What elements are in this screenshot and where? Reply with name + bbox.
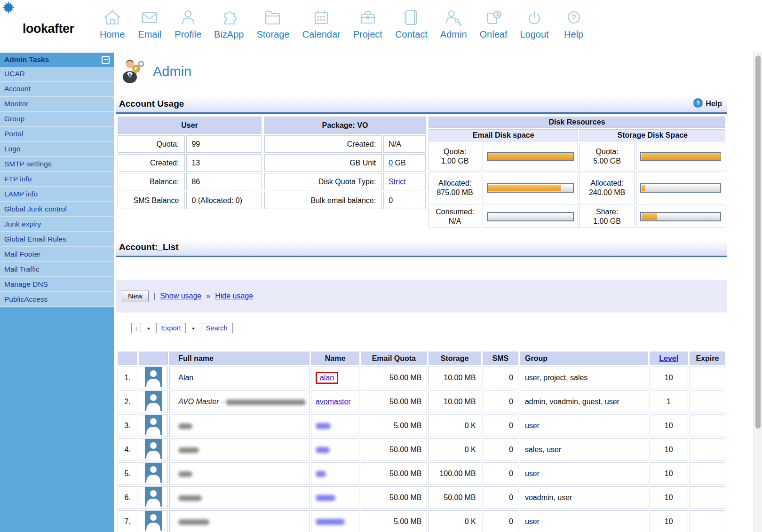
row-value: N/A [383,135,426,153]
package-table-row: GB Unit 0 GB [264,154,426,172]
sidebar-item-portal[interactable]: Portal [0,127,114,142]
help-octagon-icon: ? [693,98,703,110]
logout-icon [524,5,545,28]
sidebar: Admin Tasks UCARAccountMonitorGroupPorta… [0,53,114,532]
level-sort-link[interactable]: Level [659,354,678,362]
sidebar-item-global-email-rules[interactable]: Global Email Rules [0,232,114,247]
nav-item-storage[interactable]: Storage [256,5,289,40]
nav-label-calendar: Calendar [302,29,341,40]
dot-separator: • [147,324,150,332]
sms-cell: 0 [483,438,518,461]
nav-item-email[interactable]: Email [137,5,162,40]
account-name-link[interactable]: alan [320,374,334,382]
nav-item-bizapp[interactable]: BizApp [214,5,244,40]
nav-item-calendar[interactable]: Calendar [302,5,341,40]
sidebar-item-monitor[interactable]: Monitor [0,97,114,112]
nav-item-logout[interactable]: Logout [520,5,549,40]
column-header-group: Group [520,352,648,365]
group-cell: user [520,462,648,485]
sidebar-item-account[interactable]: Account [0,82,114,97]
name-cell [311,438,359,461]
search-button[interactable]: Search [201,323,233,333]
nav-item-admin[interactable]: Admin [440,5,467,40]
full-name-cell [169,415,310,437]
nav-item-help[interactable]: ? Help [562,5,586,40]
sidebar-item-group[interactable]: Group [0,112,114,127]
user-table-row: SMS Balance 0 (Allocated: 0) [118,192,262,209]
dot-separator: • [192,324,194,332]
starburst-icon [2,1,15,14]
email-disk-bar [483,143,578,170]
full-name-cell [169,486,310,509]
email-disk-bar [483,172,578,204]
scrollbar-track[interactable] [753,52,762,532]
nav-item-contact[interactable]: Contact [395,5,428,40]
table-row: 3. 5.00 MB 0 K 0 user 10 [118,415,725,437]
level-cell: 10 [650,367,688,389]
column-header-level[interactable]: Level [650,352,688,365]
redacted-name-link[interactable] [316,447,330,453]
redacted-name-link[interactable] [316,423,331,429]
table-row: 2. AVO Master - avomaster 50.00 MB 10.00… [118,391,725,413]
redacted-name-link[interactable] [316,471,326,477]
sidebar-item-ftp-info[interactable]: FTP info [0,172,114,187]
account-list-table: Full nameNameEmail QuotaStorageSMSGroupL… [116,350,727,532]
sidebar-item-junk-expiry[interactable]: Junk expiry [0,217,114,232]
nav-item-home[interactable]: Home [100,5,125,40]
row-label: Created: [264,135,382,153]
sidebar-item-ucar[interactable]: UCAR [0,67,114,82]
sidebar-item-lamp-info[interactable]: LAMP info [0,187,114,202]
avatar [139,438,168,461]
nav-item-profile[interactable]: Profile [175,5,201,40]
column-header-blank [118,352,137,365]
name-cell [311,510,359,532]
sidebar-item-global-junk-control[interactable]: Global Junk control [0,202,114,217]
sort-button[interactable]: ↓ [131,323,141,333]
sidebar-item-mail-traffic[interactable]: Mail Traffic [0,262,114,277]
new-button[interactable]: New [122,290,149,302]
collapse-minus-icon[interactable] [102,56,110,64]
nav-item-project[interactable]: Project [353,5,382,40]
disk-quota-type-link[interactable]: Strict [389,178,405,186]
row-number: 2. [118,391,137,413]
home-icon [102,5,123,28]
redacted-name-link[interactable] [316,519,345,525]
hide-usage-link[interactable]: Hide usage [215,292,253,300]
email-disk-bar [483,206,578,227]
nav-label-profile: Profile [175,29,201,40]
page-title: Admin [153,64,191,79]
account-usage-title: Account Usage [119,99,184,109]
show-usage-link[interactable]: Show usage [160,292,201,300]
export-button[interactable]: Export [156,323,186,333]
user-table-row: Created: 13 [118,154,262,172]
account-name-link[interactable]: avomaster [316,398,351,406]
sms-cell: 0 [483,391,518,413]
gb-unit-link[interactable]: 0 [389,159,393,167]
toolbar-divider: | [153,292,155,300]
sidebar-item-manage-dns[interactable]: Manage DNS [0,277,114,292]
avatar [139,510,168,532]
help-link[interactable]: ? Help [693,98,722,110]
sidebar-item-publicaccess[interactable]: PublicAccess [0,292,114,307]
account-list-toolbar: New | Show usage » Hide usage [116,280,727,313]
sidebar-item-smtp-settings[interactable]: SMTP settings [0,157,114,172]
storage-disk-header: Storage Disk Space [579,129,725,141]
name-cell [311,415,359,437]
sidebar-item-mail-footer[interactable]: Mail Footer [0,247,114,262]
nav-label-logout: Logout [520,29,549,40]
nav-item-onleaf[interactable]: Onleaf [480,5,508,40]
sidebar-item-logo[interactable]: Logo [0,142,114,157]
email-disk-label: Allocated:875.00 MB [429,172,481,204]
row-label: GB Unit [264,154,382,172]
row-number: 4. [118,438,137,461]
account-usage-tables: User Quota: 99Created: 13Balance: 86SMS … [116,115,753,229]
email-quota-cell: 5.00 MB [361,510,427,532]
row-label: SMS Balance [118,192,185,209]
redacted-name-link[interactable] [316,495,335,501]
admin-user-key-icon [120,57,146,86]
column-header-storage: Storage [429,352,481,365]
nav-label-storage: Storage [256,29,289,40]
scrollbar-thumb[interactable] [755,55,761,429]
main-content: Admin Account Usage ? Help User Quota: 9… [114,51,753,532]
table-row: 4. 50.00 MB 0 K 0 sales, user 10 [118,438,725,461]
